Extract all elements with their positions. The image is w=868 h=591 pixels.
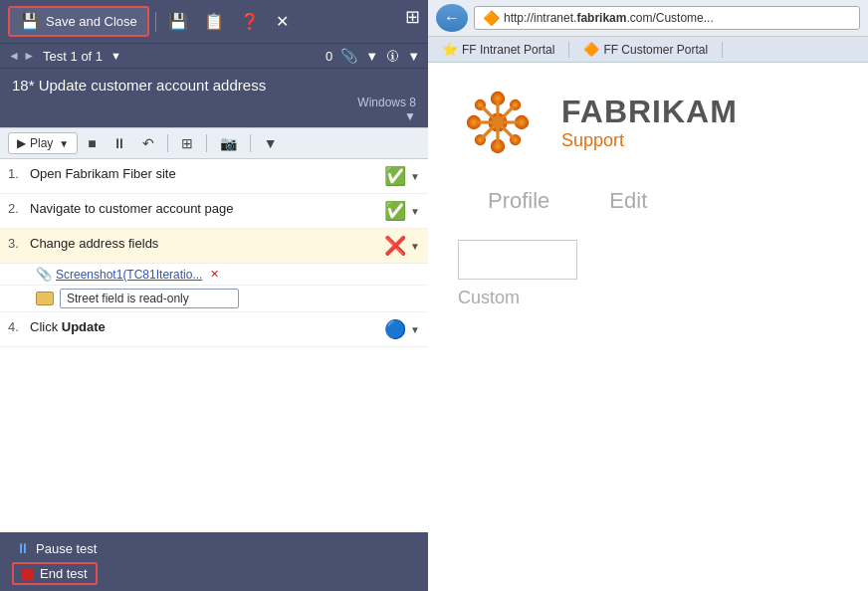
nav-arrows[interactable]: ◄ ►	[8, 49, 35, 63]
customer-box	[458, 240, 577, 280]
comment-icon	[36, 292, 54, 305]
bottom-controls: ⏸ Pause test End test	[0, 532, 428, 591]
save-close-button[interactable]: 💾 Save and Close	[8, 6, 149, 37]
help-button[interactable]: ❓	[234, 8, 266, 35]
comment-input[interactable]	[60, 289, 239, 308]
layout-icon[interactable]: ⊞	[405, 6, 420, 28]
custom-label: Custom	[458, 288, 838, 308]
tab-intranet-portal[interactable]: ⭐ FF Intranet Portal	[436, 40, 560, 59]
address-text: http://intranet.fabrikam.com/Custome...	[504, 11, 714, 25]
pause-label: Pause test	[36, 541, 97, 556]
end-label: End test	[40, 566, 88, 581]
step-text-3: Change address fields	[30, 235, 384, 253]
tab-separator-2	[722, 42, 723, 58]
fabrikam-support: Support	[561, 130, 624, 151]
table-row: 3. Change address fields ❌ ▼	[0, 229, 428, 264]
step-text-1: Open Fabrikam Fiber site	[30, 165, 384, 183]
fabrikam-logo-area: FABRIKAM Support	[561, 94, 738, 151]
intranet-tab-label: FF Intranet Portal	[462, 43, 554, 57]
end-icon	[22, 568, 34, 580]
steps-area: 1. Open Fabrikam Fiber site ✅ ▼ 2. Navig…	[0, 159, 428, 532]
clip-icon[interactable]: 📎	[340, 48, 357, 64]
step-number-4: 4.	[8, 318, 30, 334]
address-favicon: 🔶	[483, 10, 500, 26]
play-label: Play	[30, 136, 53, 150]
expand-arrow[interactable]: ▼	[12, 109, 416, 123]
step-bold-text: Update	[62, 319, 106, 334]
back-arrow-icon: ←	[444, 9, 460, 27]
step-text-2: Navigate to customer account page	[30, 200, 384, 218]
profile-link[interactable]: Profile	[488, 188, 549, 214]
action-toolbar: ▶ Play ▼ ■ ⏸ ↶ ⊞ 📷 ▼	[0, 127, 428, 159]
step-number-1: 1.	[8, 165, 30, 181]
browser-back-button[interactable]: ←	[436, 4, 468, 32]
pause-test-button[interactable]: ⏸ Pause test	[12, 538, 416, 558]
page-content: Custom	[428, 230, 868, 318]
status-info-icon: 🔵	[384, 318, 406, 340]
undo-button[interactable]: ↶	[136, 132, 160, 154]
action-separator-3	[250, 134, 251, 152]
close-button[interactable]: ✕	[270, 8, 295, 35]
step-dropdown-1[interactable]: ▼	[410, 171, 420, 182]
save-icon: 💾	[20, 12, 40, 31]
step-dropdown-2[interactable]: ▼	[410, 206, 420, 217]
end-test-button[interactable]: End test	[12, 562, 98, 585]
step-text-4: Click Update	[30, 318, 384, 336]
camera-button[interactable]: 📷	[214, 132, 243, 154]
tab-customer-portal[interactable]: 🔶 FF Customer Portal	[577, 40, 714, 59]
attachment-link[interactable]: Screenshot1(TC81Iteratio...	[56, 268, 202, 282]
page-links: Profile Edit	[428, 172, 868, 230]
attachment-row: 📎 Screenshot1(TC81Iteratio... ✕	[0, 264, 428, 286]
nav-count: 0	[326, 49, 332, 64]
action-separator-2	[206, 134, 207, 152]
nav-right: 0 📎 ▼ 🛈 ▼	[326, 48, 420, 64]
edit-link[interactable]: Edit	[609, 188, 647, 214]
comment-row	[0, 286, 428, 312]
fabrikam-name: FABRIKAM	[561, 94, 738, 130]
browser-content: FABRIKAM Support Profile Edit Custom	[428, 63, 868, 591]
step-status-2: ✅ ▼	[384, 200, 420, 222]
fabrikam-logo	[458, 83, 538, 162]
step-dropdown-3[interactable]: ▼	[410, 241, 420, 252]
play-button[interactable]: ▶ Play ▼	[8, 132, 78, 154]
step-status-1: ✅ ▼	[384, 165, 420, 187]
browser-address-bar: ← 🔶 http://intranet.fabrikam.com/Custome…	[428, 0, 868, 37]
test-os: Windows 8	[12, 96, 416, 109]
browser-tabs: ⭐ FF Intranet Portal 🔶 FF Customer Porta…	[428, 37, 868, 63]
address-bar[interactable]: 🔶 http://intranet.fabrikam.com/Custome..…	[474, 6, 860, 30]
table-row: 4. Click Update 🔵 ▼	[0, 312, 428, 347]
action-separator-1	[167, 134, 168, 152]
customer-tab-icon: 🔶	[583, 42, 599, 57]
play-icon: ▶	[17, 136, 26, 150]
more-button[interactable]: ▼	[258, 132, 284, 154]
pause-icon: ⏸	[16, 540, 30, 556]
left-panel: 💾 Save and Close 💾 📋 ❓ ✕ ⊞ ◄ ► Test 1 of…	[0, 0, 428, 591]
test-title-text: 18* Update customer account address	[12, 77, 416, 94]
info-icon[interactable]: 🛈	[386, 49, 399, 64]
status-error-icon: ❌	[384, 235, 406, 257]
nav-info-dropdown[interactable]: ▼	[407, 49, 420, 64]
pause-button[interactable]: ⏸	[107, 132, 132, 154]
grid-button[interactable]: ⊞	[175, 132, 199, 154]
test-dropdown[interactable]: ▼	[110, 50, 121, 62]
test-title-area: 18* Update customer account address Wind…	[0, 69, 428, 127]
attachment-remove-button[interactable]: ✕	[210, 268, 219, 281]
status-ok-icon-1: ✅	[384, 165, 406, 187]
status-ok-icon-2: ✅	[384, 200, 406, 222]
table-row: 1. Open Fabrikam Fiber site ✅ ▼	[0, 159, 428, 194]
step-dropdown-4[interactable]: ▼	[410, 324, 420, 335]
right-panel: ← 🔶 http://intranet.fabrikam.com/Custome…	[428, 0, 868, 591]
tab-separator	[568, 42, 569, 58]
play-dropdown[interactable]: ▼	[59, 138, 69, 149]
nav-dropdown-2[interactable]: ▼	[365, 49, 378, 64]
stop-button[interactable]: ■	[82, 132, 102, 154]
step-status-4: 🔵 ▼	[384, 318, 420, 340]
attach-icon: 📎	[36, 267, 52, 282]
step-number-3: 3.	[8, 235, 30, 251]
intranet-tab-icon: ⭐	[442, 42, 458, 57]
save-button[interactable]: 💾	[162, 8, 194, 35]
table-row: 2. Navigate to customer account page ✅ ▼	[0, 194, 428, 229]
test-label: Test 1 of 1	[43, 49, 103, 64]
customer-tab-label: FF Customer Portal	[603, 43, 708, 57]
copy-button[interactable]: 📋	[198, 8, 230, 35]
